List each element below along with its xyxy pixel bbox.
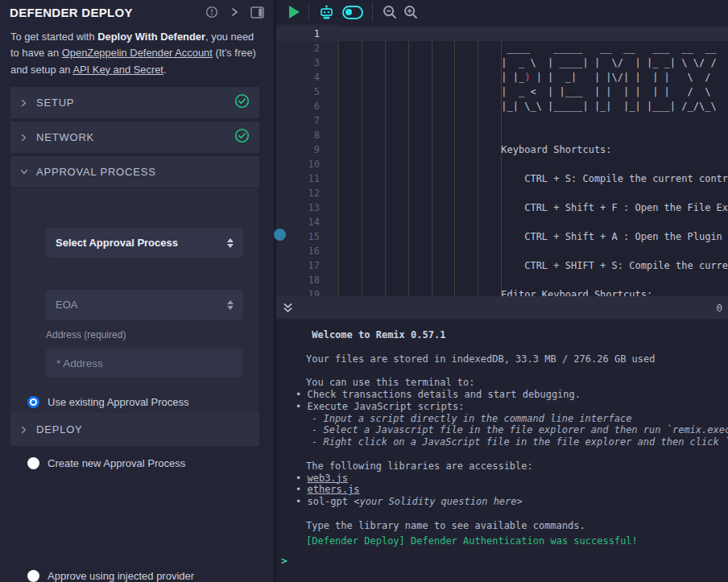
radio-checked-icon[interactable]	[27, 396, 39, 408]
terminal-line	[276, 365, 728, 377]
address-input[interactable]	[46, 349, 243, 378]
terminal-line: • ethers.js	[276, 484, 728, 496]
line-number: 3	[276, 56, 320, 70]
info-alert-icon[interactable]	[205, 6, 218, 19]
code-editor[interactable]: 12 ____ _____ __ __ ___ __ __3 | _ \ | _…	[276, 24, 728, 296]
approval-process-form: Use existing Approval Process Select App…	[10, 188, 259, 413]
terminal-line	[276, 508, 728, 520]
line-number: 7	[276, 114, 320, 128]
radio-approve-injected-provider[interactable]: Approve using injected provider	[27, 568, 194, 582]
terminal-line: Your files are stored in indexedDB, 33.3…	[276, 353, 728, 365]
code-line: CTRL + SHIFT + S: Compile the current co…	[338, 258, 728, 273]
network-complete-check-icon	[234, 128, 250, 147]
radio-unchecked-icon[interactable]	[27, 570, 39, 582]
terminal-line: • Execute JavaScript scripts:	[276, 401, 728, 413]
terminal-line: - Right click on a JavaScript file in th…	[276, 436, 728, 448]
terminal-line: Type the library name to see available c…	[276, 520, 728, 532]
terminal-header: 0	[276, 296, 728, 319]
toolbar-divider	[308, 2, 309, 22]
terminal-output[interactable]: Welcome to Remix 0.57.1 Your files are s…	[276, 319, 728, 582]
section-label: NETWORK	[36, 131, 234, 143]
intro-link[interactable]: OpenZeppelin Defender Account	[62, 47, 213, 59]
remix-ide-window: DEFENDER DEPLOY To get started with Depl…	[0, 0, 728, 582]
code-line: | _ < | |___ | | | | | | / \	[338, 85, 728, 99]
toolbar-divider	[372, 2, 373, 22]
section-label: APPROVAL PROCESS	[36, 166, 250, 178]
line-number: 4	[276, 70, 320, 85]
code-line: CTRL + Shift + F : Open the File Explore…	[338, 200, 728, 215]
section-header-network[interactable]: NETWORK	[10, 122, 259, 153]
code-line: Editor Keyboard Shortcuts:	[338, 287, 728, 296]
code-line: |_| \_\ |_____| |_| |_| |___| /_/\_\	[338, 99, 728, 114]
radio-use-existing-approval[interactable]: Use existing Approval Process	[27, 394, 189, 409]
terminal-line: The following libraries are accessible:	[276, 460, 728, 473]
run-script-icon[interactable]	[287, 5, 301, 19]
section-header-setup[interactable]: SETUP	[10, 87, 259, 118]
setup-complete-check-icon	[234, 93, 250, 112]
panel-header: DEFENDER DEPLOY	[0, 0, 274, 24]
section-label: DEPLOY	[36, 423, 250, 435]
defender-deploy-panel: DEFENDER DEPLOY To get started with Depl…	[0, 0, 274, 582]
radio-unchecked-icon[interactable]	[27, 457, 39, 469]
code-line: | _ \ | ____| | \/ | |_ _| \ \/ /	[338, 56, 728, 70]
editor-toolbar	[276, 0, 728, 24]
panel-title: DEFENDER DEPLOY	[10, 6, 205, 19]
code-line: CTRL + Shift + A : Open the Plugin Manag…	[338, 229, 728, 244]
line-number: 9	[276, 142, 320, 157]
terminal-line: • sol-gpt <your Solidity question here>	[276, 496, 728, 508]
current-line-highlight	[276, 27, 728, 41]
terminal-line: • web3.js	[276, 473, 728, 485]
pin-panel-icon[interactable]	[250, 6, 264, 19]
chevron-right-icon	[20, 99, 31, 107]
line-number: 14	[276, 215, 320, 229]
terminal-prompt[interactable]: >	[276, 555, 728, 567]
terminal-line: [Defender Deploy] Defender Authenticatio…	[276, 535, 728, 547]
line-number: 2	[276, 41, 320, 56]
chevron-right-icon	[20, 426, 31, 434]
approval-process-select[interactable]: Select Approval Process	[46, 228, 243, 258]
line-number: 16	[276, 244, 320, 258]
line-number: 19	[276, 287, 320, 296]
line-number: 18	[276, 273, 320, 287]
approval-type-select[interactable]: EOA	[46, 290, 243, 320]
main-editor-pane: 12 ____ _____ __ __ ___ __ __3 | _ \ | _…	[276, 0, 728, 582]
line-number: 5	[276, 85, 320, 99]
line-number: 17	[276, 258, 320, 273]
transaction-count-badge: 0	[716, 302, 722, 314]
radio-create-new-approval[interactable]: Create new Approval Process	[27, 456, 185, 470]
code-line: ____ _____ __ __ ___ __ __	[338, 41, 728, 56]
ai-assistant-robot-icon[interactable]	[318, 4, 335, 21]
line-number: 10	[276, 157, 320, 171]
line-number: 12	[276, 186, 320, 200]
code-line: Keyboard Shortcuts:	[338, 142, 728, 157]
ai-toggle-icon[interactable]	[342, 6, 363, 19]
line-number: 6	[276, 99, 320, 114]
section-label: SETUP	[36, 97, 234, 109]
line-number: 11	[276, 171, 320, 186]
line-number: 8	[276, 128, 320, 142]
section-header-deploy[interactable]: DEPLOY	[10, 413, 259, 446]
terminal-line: - Select a Javascript file in the file e…	[276, 424, 728, 436]
code-line: CTRL + S: Compile the current contract	[338, 171, 728, 186]
terminal-line: - Input a script directly in the command…	[276, 413, 728, 425]
address-field-label: Address (required)	[46, 329, 126, 341]
select-arrows-icon	[227, 238, 234, 248]
chevron-down-icon	[20, 168, 31, 175]
chevron-right-icon[interactable]	[230, 7, 239, 17]
zoom-out-icon[interactable]	[382, 4, 398, 20]
code-line: | |_) | | _| | |\/| | | | \ /	[338, 70, 728, 85]
intro-link[interactable]: API Key and Secret	[72, 64, 163, 76]
terminal-collapse-icon[interactable]	[282, 302, 294, 314]
line-number: 1	[276, 27, 320, 41]
terminal-line: Welcome to Remix 0.57.1	[276, 329, 728, 341]
splitter-drag-handle[interactable]	[274, 229, 286, 241]
intro-text: To get started with Deploy With Defender…	[10, 29, 263, 78]
line-number: 13	[276, 200, 320, 215]
terminal-line: • Check transactions details and start d…	[276, 389, 728, 401]
section-header-approval-process[interactable]: APPROVAL PROCESS	[10, 156, 259, 188]
terminal-line	[276, 448, 728, 460]
terminal-library-link[interactable]: ethers.js	[307, 484, 359, 495]
chevron-right-icon	[20, 134, 31, 142]
zoom-in-icon[interactable]	[403, 4, 419, 20]
terminal-library-link[interactable]: web3.js	[307, 473, 348, 484]
